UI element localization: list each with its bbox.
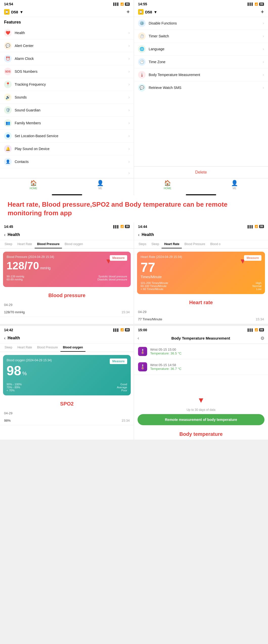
tab-spo2-hr[interactable]: Blood o bbox=[208, 240, 223, 248]
tab-steps-hr[interactable]: Steps bbox=[136, 240, 149, 248]
date-spo2: 04-29 bbox=[0, 409, 134, 416]
measure-btn-bp[interactable]: Measure bbox=[110, 255, 127, 261]
nav-me-2[interactable]: 👤 ME bbox=[201, 180, 268, 190]
back-arrow-spo2[interactable]: ‹ bbox=[4, 336, 6, 341]
time-2: 14:55 bbox=[138, 2, 147, 6]
menu-item-health[interactable]: ❤️ Health › bbox=[0, 27, 134, 39]
home-icon-2: 🏠 bbox=[164, 180, 171, 186]
range-2-hr: 60-100 Times/Minute bbox=[141, 284, 167, 288]
range-1-hr: 101-200 Times/Minute bbox=[141, 281, 168, 284]
menu-item-location-service[interactable]: 🔵 Set Location-Based Service › bbox=[0, 130, 134, 142]
health-title-spo2: Health bbox=[8, 336, 20, 340]
device-icon-1: ⌚ bbox=[4, 9, 10, 15]
menu-item-alert[interactable]: 💬 Alert Center › bbox=[0, 39, 134, 52]
health-phone-bt: 15:00 ▌▌▌ 📶 99 ‹ Body Temperature Measur… bbox=[134, 326, 268, 440]
label-1-hr: High bbox=[256, 281, 261, 284]
menu-item-timer[interactable]: ⏱️ Timer Switch › bbox=[134, 30, 268, 43]
delete-button[interactable]: Delete bbox=[134, 166, 268, 178]
tab-hr[interactable]: Heart Rate bbox=[162, 240, 182, 248]
battery-bt: 99 bbox=[259, 328, 264, 331]
nav-indicator-2 bbox=[186, 194, 216, 195]
wifi-icon-spo2: 📶 bbox=[120, 328, 124, 331]
menu-label-alarm: Alarm Clock bbox=[15, 57, 128, 61]
more-chevron-icon: › bbox=[128, 171, 130, 175]
menu-item-body-temp[interactable]: 🌡️ Body Temperature Measurement › bbox=[134, 68, 268, 81]
date-bp: 04-29 bbox=[0, 301, 134, 308]
settings-icon-bt[interactable]: ⚙ bbox=[260, 336, 264, 341]
tab-bp-hr[interactable]: Blood Pressure bbox=[182, 240, 208, 248]
menu-label-sounds: Sounds bbox=[15, 95, 128, 99]
menu-label-body-temp: Body Temperature Measurement bbox=[149, 73, 263, 77]
menu-label-play-sound: Play Sound on Device bbox=[15, 147, 128, 151]
menu-item-timezone[interactable]: 🕐 Time Zone › bbox=[134, 56, 268, 68]
menu-label-family: Family Members bbox=[15, 121, 128, 125]
record-value-spo2: 98% bbox=[4, 419, 11, 422]
menu-item-sound-guardian[interactable]: 🛡️ Sound Guardian › bbox=[0, 104, 134, 117]
tab-spo2-bp[interactable]: Blood oxygen bbox=[62, 240, 85, 248]
alarm-icon: ⏰ bbox=[4, 55, 12, 62]
menu-item-retrieve-sms[interactable]: 💬 Retrieve Watch SMS › bbox=[134, 81, 268, 92]
menu-item-sounds[interactable]: 🔊 Sounds › bbox=[0, 91, 134, 104]
nav-home-1[interactable]: 🏠 HOME bbox=[0, 180, 67, 190]
menu-item-contacts[interactable]: 👤 Contacts › bbox=[0, 155, 134, 168]
chevron-icon: › bbox=[128, 31, 130, 35]
menu-item-alarm[interactable]: ⏰ Alarm Clock › bbox=[0, 52, 134, 65]
card-ranges-spo2: 90% - 100% Good 70% - 89% Average < 70% … bbox=[7, 383, 127, 392]
tab-sleep-hr[interactable]: Sleep bbox=[149, 240, 162, 248]
tab-bp-spo2[interactable]: Blood Pressure bbox=[35, 344, 60, 352]
subsection-bt: Body temperature bbox=[134, 429, 268, 440]
measure-btn-hr[interactable]: Measure bbox=[244, 255, 261, 261]
back-arrow-bp[interactable]: ‹ bbox=[4, 232, 6, 237]
wifi-icon-hr: 📶 bbox=[255, 225, 258, 228]
tab-hr-spo2[interactable]: Heart Rate bbox=[15, 344, 35, 352]
menu-item-disable[interactable]: ⚙️ Disable Functions › bbox=[134, 17, 268, 30]
menu-item-play-sound[interactable]: 🔔 Play Sound on Device › bbox=[0, 142, 134, 155]
nav-me-1[interactable]: 👤 ME bbox=[67, 180, 134, 190]
tab-sleep-spo2[interactable]: Sleep bbox=[2, 344, 15, 352]
health-tabs-hr: Steps Sleep Heart Rate Blood Pressure Bl… bbox=[134, 240, 268, 249]
tab-hr-bp[interactable]: Heart Rate bbox=[15, 240, 35, 248]
menu-label-sound-guardian: Sound Guardian bbox=[15, 108, 128, 112]
back-arrow-bt[interactable]: ‹ bbox=[138, 336, 139, 341]
menu-item-more[interactable]: › bbox=[0, 168, 134, 178]
temp-icon-2: 🌡️ bbox=[138, 362, 147, 371]
temp-record-2: 🌡️ Wrist 05-15 14:58 Temperature: 36.7 °… bbox=[134, 359, 268, 375]
chevron-icon: › bbox=[263, 47, 264, 51]
measure-btn-spo2[interactable]: Measure bbox=[110, 359, 127, 364]
health-tabs-spo2: Sleep Heart Rate Blood Pressure Blood ox… bbox=[0, 344, 134, 352]
chevron-icon: › bbox=[263, 85, 264, 90]
health-phone-hr: 14:44 ▌▌▌ 📶 99 ‹ Health Steps Sleep Hear… bbox=[134, 223, 268, 324]
menu-item-tracking[interactable]: 📍 Tracking Frequency › bbox=[0, 78, 134, 91]
phone-screen-1: 14:54 ▌▌▌ 📶 99 ⌚ D58 ▼ + Features bbox=[0, 0, 134, 195]
nav-home-2[interactable]: 🏠 HOME bbox=[134, 180, 201, 190]
battery-spo2: 99 bbox=[125, 328, 130, 331]
signal-icon-bp: ▌▌▌ bbox=[113, 225, 119, 228]
back-arrow-hr[interactable]: ‹ bbox=[138, 232, 140, 237]
chevron-icon: › bbox=[128, 108, 130, 112]
status-bar-2: 14:55 ▌▌▌ 📶 99 bbox=[134, 0, 268, 7]
tracking-icon: 📍 bbox=[4, 81, 12, 88]
chevron-icon: › bbox=[128, 95, 130, 100]
label-2-hr: Normal bbox=[253, 284, 261, 288]
alert-icon: 💬 bbox=[4, 42, 12, 50]
chevron-icon: › bbox=[128, 82, 130, 87]
add-icon-2[interactable]: + bbox=[261, 9, 264, 15]
phones-row: 14:54 ▌▌▌ 📶 99 ⌚ D58 ▼ + Features bbox=[0, 0, 268, 195]
tab-bp[interactable]: Blood Pressure bbox=[35, 240, 62, 248]
menu-item-sos[interactable]: SOS SOS Numbers › bbox=[0, 65, 134, 78]
section-title-1: Features bbox=[0, 17, 134, 27]
promo-text: Heart rate, Blood pressure,SPO2 and Body… bbox=[8, 200, 260, 218]
health-phone-bp: 14:45 ▌▌▌ 📶 99 ‹ Health Sleep Heart Rate… bbox=[0, 223, 134, 324]
remote-measure-button[interactable]: Remote measurement of body temperature bbox=[138, 414, 264, 425]
record-spo2: 98% 15:34 bbox=[0, 416, 134, 425]
menu-item-language[interactable]: 🌐 Language › bbox=[134, 43, 268, 56]
tab-sleep-bp[interactable]: Sleep bbox=[2, 240, 15, 248]
home-label-2: HOME bbox=[164, 187, 171, 190]
menu-item-family[interactable]: 👥 Family Members › bbox=[0, 117, 134, 130]
add-icon-1[interactable]: + bbox=[126, 9, 130, 15]
tab-spo2[interactable]: Blood oxygen bbox=[60, 344, 85, 352]
time-bt: 15:00 bbox=[138, 328, 147, 332]
body-temp-icon: 🌡️ bbox=[138, 71, 146, 79]
bottom-nav-1: 🏠 HOME 👤 ME bbox=[0, 178, 134, 193]
temp-record-1: 🌡️ Wrist 05-15 15:00 Temperature: 36.5 °… bbox=[134, 344, 268, 359]
